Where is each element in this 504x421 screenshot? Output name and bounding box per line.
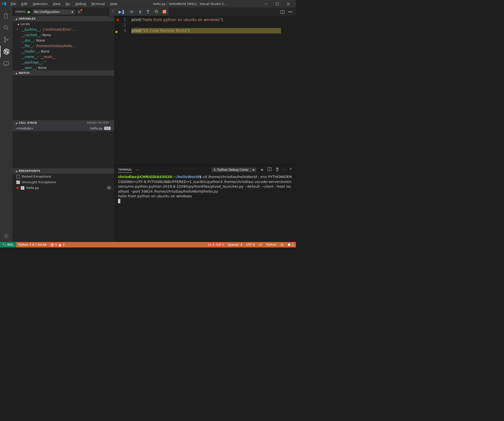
- debug-toolbar[interactable]: ⠿ ▶❚: [109, 7, 169, 16]
- settings-gear-icon[interactable]: [0, 230, 12, 242]
- more-actions-icon[interactable]: ⋯: [288, 9, 292, 14]
- encoding[interactable]: UTF-8: [244, 242, 257, 247]
- python-interpreter[interactable]: Python 3.6.7 64-bit: [16, 242, 49, 247]
- breakpoint-row[interactable]: Raised Exceptions: [12, 174, 114, 179]
- checkbox[interactable]: ✓: [21, 186, 24, 190]
- breakpoint-row[interactable]: ✓hello.py1: [12, 185, 114, 191]
- callstack-status: PAUSED ON STEP: [87, 121, 111, 124]
- variables-section-header[interactable]: ◢VARIABLES: [12, 16, 114, 21]
- debug-header: DEBUG ▶ No Configuration▾: [12, 7, 114, 16]
- new-terminal-icon[interactable]: +: [260, 167, 263, 172]
- stop-button[interactable]: [163, 10, 166, 13]
- checkbox[interactable]: [16, 175, 20, 178]
- watch-section-header[interactable]: ◢WATCH: [12, 70, 114, 76]
- step-over-button[interactable]: [129, 10, 134, 14]
- split-editor-icon[interactable]: [281, 10, 284, 14]
- window-title: hello.py - helloWorld [WSL] - Visual Stu…: [120, 2, 260, 6]
- svg-rect-0: [265, 4, 267, 4]
- panel-overflow-icon[interactable]: ⋯: [136, 166, 140, 173]
- variable-row[interactable]: __doc__: None: [12, 38, 114, 43]
- menu-view[interactable]: View: [51, 1, 63, 7]
- minimap[interactable]: [281, 16, 296, 165]
- variable-row[interactable]: __cached__: None: [12, 32, 114, 38]
- debug-icon[interactable]: [0, 46, 12, 58]
- panel-header: TERMINAL ⋯ 1: Python Debug Consc▾ + ︿ ✕: [114, 165, 296, 174]
- menu-debug[interactable]: Debug: [73, 1, 88, 7]
- continue-button[interactable]: ▶❚: [119, 9, 125, 14]
- cursor-position[interactable]: Ln 3, Col 1: [206, 242, 226, 247]
- problems-status[interactable]: 0 0: [49, 242, 66, 247]
- source-control-icon[interactable]: [0, 34, 12, 46]
- window-controls: [260, 0, 294, 7]
- terminal-content[interactable]: chrisdias@CHRISDIAS5020:~/helloWorld$ cd…: [114, 174, 296, 242]
- menu-go[interactable]: Go: [63, 1, 72, 7]
- activity-bar: [0, 7, 12, 242]
- maximize-button[interactable]: [272, 0, 283, 7]
- locals-header[interactable]: ◢Locals: [12, 21, 114, 27]
- menubar: File Edit Selection View Go Debug Termin…: [8, 1, 120, 7]
- callstack-section-header[interactable]: ◢CALL STACK PAUSED ON STEP: [12, 120, 114, 125]
- code-content[interactable]: print("hello from python on ubuntu on wi…: [131, 16, 281, 165]
- drag-handle-icon[interactable]: ⠿: [112, 10, 114, 13]
- svg-point-9: [7, 39, 8, 40]
- explorer-icon[interactable]: [0, 10, 12, 22]
- checkbox[interactable]: ✓: [16, 180, 20, 184]
- menu-terminal[interactable]: Terminal: [89, 1, 107, 7]
- indentation[interactable]: Spaces: 4: [226, 242, 244, 247]
- titlebar: File Edit Selection View Go Debug Termin…: [0, 0, 296, 7]
- close-panel-icon[interactable]: ✕: [290, 167, 292, 172]
- step-into-button[interactable]: [138, 10, 142, 14]
- menu-edit[interactable]: Edit: [19, 1, 30, 7]
- status-bar: WSL Python 3.6.7 64-bit 0 0 Ln 3, Col 1 …: [0, 242, 296, 247]
- menu-selection[interactable]: Selection: [31, 1, 50, 7]
- debug-config-select[interactable]: No Configuration▾: [33, 9, 75, 14]
- variable-row[interactable]: __file__: '/home/chrisdias/hello…: [12, 43, 114, 49]
- search-icon[interactable]: [0, 22, 12, 34]
- remote-explorer-icon[interactable]: [0, 58, 12, 69]
- maximize-panel-icon[interactable]: ︿: [283, 167, 286, 172]
- start-debug-button[interactable]: ▶: [28, 10, 31, 14]
- feedback-icon[interactable]: ☺: [279, 242, 286, 247]
- step-out-button[interactable]: [146, 10, 150, 14]
- code-editor[interactable]: 12▶3 print("hello from python on ubuntu …: [114, 16, 296, 165]
- gutter: 12▶3: [114, 16, 131, 165]
- svg-rect-5: [163, 10, 166, 13]
- svg-point-4: [148, 13, 149, 14]
- variable-row[interactable]: __builtins__: {'ArithmeticError'…: [12, 27, 114, 32]
- menu-help[interactable]: Help: [108, 1, 120, 7]
- variable-row[interactable]: __package__: '': [12, 60, 114, 65]
- svg-point-13: [5, 235, 7, 237]
- restart-button[interactable]: [154, 10, 158, 14]
- svg-point-6: [4, 26, 7, 29]
- close-button[interactable]: [283, 0, 294, 7]
- debug-title: DEBUG: [15, 10, 26, 13]
- menu-file[interactable]: File: [8, 1, 18, 7]
- svg-rect-1: [276, 2, 279, 5]
- variable-row[interactable]: __loader__: None: [12, 49, 114, 54]
- breakpoint-dot-icon: [16, 187, 19, 189]
- vscode-logo-icon: [2, 1, 6, 6]
- debug-config-gear-icon[interactable]: [77, 10, 81, 14]
- terminal-tab[interactable]: TERMINAL: [118, 167, 132, 173]
- kill-terminal-icon[interactable]: [276, 167, 279, 172]
- terminal-select[interactable]: 1: Python Debug Consc▾: [212, 168, 256, 172]
- svg-point-8: [4, 41, 5, 42]
- split-terminal-icon[interactable]: [268, 167, 272, 172]
- svg-point-3: [140, 13, 141, 14]
- breakpoint-row[interactable]: ✓Uncaught Exceptions: [12, 179, 114, 185]
- variable-row[interactable]: __name__: '__main__': [12, 54, 114, 60]
- eol[interactable]: LF: [257, 242, 264, 247]
- notifications-icon[interactable]: 1: [285, 242, 296, 247]
- svg-point-2: [131, 12, 132, 13]
- breakpoints-section-header[interactable]: ◢BREAKPOINTS: [12, 168, 114, 174]
- svg-point-7: [4, 37, 5, 38]
- svg-point-14: [78, 11, 80, 12]
- minimize-button[interactable]: [260, 0, 272, 7]
- watch-panel: [12, 76, 114, 120]
- callstack-list: <module> hello.py3:1: [12, 125, 114, 131]
- variable-row[interactable]: __spec__: None: [12, 65, 114, 70]
- remote-indicator[interactable]: WSL: [0, 242, 16, 247]
- language-mode[interactable]: Python: [264, 242, 279, 247]
- stack-frame[interactable]: <module> hello.py3:1: [12, 125, 114, 131]
- terminal-cursor: [118, 199, 120, 203]
